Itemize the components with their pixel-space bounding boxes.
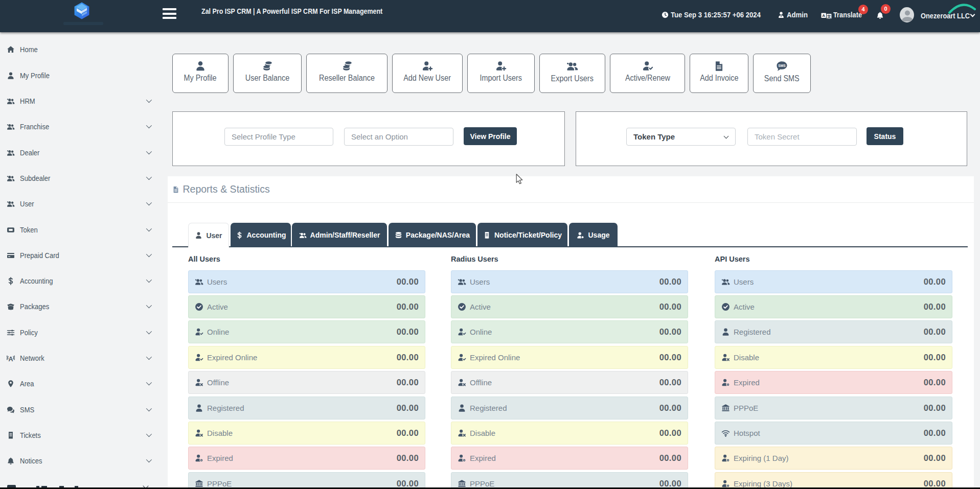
svg-text:文: 文 xyxy=(827,14,831,19)
svg-text:A: A xyxy=(822,13,825,18)
svg-text:A: A xyxy=(8,356,13,363)
svg-text:SMS: SMS xyxy=(778,64,786,67)
